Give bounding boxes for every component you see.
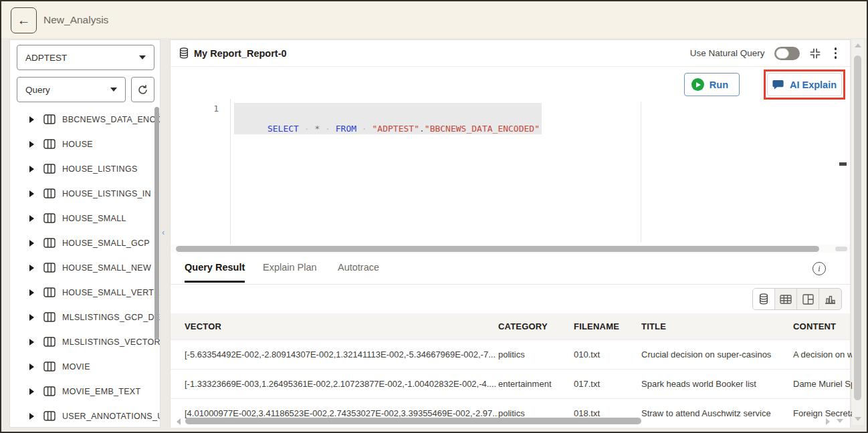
- expand-caret-icon[interactable]: [29, 215, 34, 222]
- table-row[interactable]: [-1.33323669E-003,1.26495361E-002,2.1072…: [171, 369, 850, 398]
- natural-query-toggle[interactable]: [774, 47, 800, 60]
- results-tab[interactable]: Query Result: [185, 262, 245, 283]
- expand-caret-icon[interactable]: [29, 190, 34, 197]
- tree-item-table[interactable]: BBCNEWS_DATA_ENCODE: [10, 107, 160, 132]
- sql-token: "ADPTEST": [372, 124, 419, 134]
- column-header-vector[interactable]: VECTOR: [185, 321, 498, 331]
- table-icon: [43, 188, 56, 198]
- table-name-label: HOUSE_SMALL: [62, 214, 126, 223]
- refresh-button[interactable]: [131, 77, 154, 102]
- table-name-label: MLSLISTINGS_VECTOR: [62, 337, 160, 347]
- bar-chart-icon: [825, 295, 836, 304]
- table-name-label: HOUSE: [62, 140, 93, 149]
- info-button[interactable]: i: [812, 262, 826, 275]
- schema-select[interactable]: ADPTEST: [17, 45, 154, 70]
- scroll-right-icon[interactable]: [826, 418, 830, 425]
- expand-caret-icon[interactable]: [29, 413, 34, 420]
- table-name-label: MOVIE: [62, 362, 90, 372]
- ai-explain-button[interactable]: AI Explain: [767, 73, 842, 96]
- tree-item-table[interactable]: USER_ANNOTATIONS_USA: [10, 404, 160, 428]
- tree-item-table[interactable]: HOUSE_SMALL_VERTEX_A: [10, 280, 160, 305]
- column-header-category[interactable]: CATEGORY: [498, 321, 574, 331]
- table-name-label: HOUSE_SMALL_NEW: [62, 263, 151, 273]
- tree-item-table[interactable]: HOUSE_SMALL_NEW: [10, 255, 160, 280]
- tree-item-table[interactable]: MLSLISTINGS_VECTOR: [10, 329, 160, 354]
- results-tab[interactable]: Autotrace: [338, 262, 379, 281]
- database-icon: [179, 47, 189, 59]
- scrollbar-thumb[interactable]: [854, 55, 861, 400]
- panel-splitter-handle[interactable]: ‹: [162, 227, 165, 237]
- results-tab[interactable]: Explain Plan: [263, 262, 317, 281]
- scroll-up-icon[interactable]: [855, 43, 861, 47]
- editor-scrollbar-thumb[interactable]: [839, 162, 847, 166]
- sql-statement[interactable]: SELECT · * · FROM · "ADPTEST"."BBCNEWS_D…: [234, 103, 542, 134]
- gutter-divider: [230, 99, 231, 245]
- ai-explain-label: AI Explain: [790, 80, 837, 90]
- expand-caret-icon[interactable]: [29, 240, 34, 247]
- grid-horizontal-scrollbar[interactable]: [171, 416, 850, 426]
- tree-item-table[interactable]: HOUSE_LISTINGS: [10, 156, 160, 181]
- table-icon: [43, 238, 56, 248]
- refresh-icon: [137, 84, 148, 96]
- sql-token: .: [419, 124, 425, 134]
- tree-item-table[interactable]: MOVIE_EMB_TEXT: [10, 379, 160, 404]
- scrollbar-thumb[interactable]: [176, 246, 819, 252]
- expand-caret-icon[interactable]: [29, 265, 34, 271]
- table-icon: [43, 139, 56, 149]
- tree-item-table[interactable]: MLSLISTINGS_GCP_DEMO: [10, 305, 160, 329]
- table-icon: [43, 386, 56, 396]
- object-type-select[interactable]: Query: [17, 77, 126, 102]
- scroll-down-icon[interactable]: [837, 419, 843, 423]
- table-row[interactable]: [-5.63354492E-002,-2.80914307E-002,1.321…: [171, 339, 850, 369]
- table-icon: [43, 287, 56, 297]
- cell-title: Spark heads world Booker list: [641, 379, 793, 389]
- expand-caret-icon[interactable]: [29, 364, 34, 370]
- expand-caret-icon[interactable]: [29, 289, 34, 296]
- expand-caret-icon[interactable]: [29, 116, 34, 123]
- table-name-label: USER_ANNOTATIONS_USA: [62, 412, 160, 421]
- expand-caret-icon[interactable]: [29, 141, 34, 148]
- page-title: New_Analysis: [43, 14, 108, 26]
- sql-editor[interactable]: 1 SELECT · * · FROM · "ADPTEST"."BBCNEWS…: [171, 99, 850, 245]
- view-raw-button[interactable]: [753, 289, 775, 309]
- editor-horizontal-scrollbar[interactable]: [171, 245, 850, 253]
- table-icon: [43, 213, 56, 223]
- chat-bubble-icon: [772, 80, 784, 90]
- run-button[interactable]: Run: [684, 73, 740, 96]
- table-name-label: MOVIE_EMB_TEXT: [62, 387, 140, 396]
- view-layout-button[interactable]: [797, 289, 819, 309]
- scroll-down-icon[interactable]: [855, 417, 861, 421]
- collapse-panel-button[interactable]: [809, 47, 821, 59]
- table-name-label: HOUSE_SMALL_GCP: [62, 239, 150, 248]
- back-button[interactable]: ←: [11, 7, 37, 33]
- play-icon: [691, 78, 704, 91]
- cell-category: politics: [498, 349, 574, 359]
- cell-filename: 017.txt: [574, 379, 641, 389]
- page-vertical-scrollbar[interactable]: [852, 39, 864, 425]
- column-header-filename[interactable]: FILENAME: [574, 321, 641, 331]
- sql-token: SELECT: [267, 124, 299, 134]
- natural-query-label: Use Natural Query: [690, 48, 765, 58]
- expand-caret-icon[interactable]: [29, 314, 34, 321]
- table-icon: [43, 263, 56, 273]
- line-number: 1: [171, 104, 219, 114]
- scrollbar-thumb[interactable]: [185, 418, 641, 424]
- overflow-menu-button[interactable]: [831, 46, 841, 60]
- tree-item-table[interactable]: HOUSE_SMALL_GCP: [10, 231, 160, 255]
- view-chart-button[interactable]: [819, 289, 841, 309]
- expand-caret-icon[interactable]: [29, 339, 34, 345]
- table-name-label: MLSLISTINGS_GCP_DEMO: [62, 313, 160, 322]
- column-header-title[interactable]: TITLE: [641, 321, 793, 331]
- expand-caret-icon[interactable]: [29, 388, 34, 395]
- tree-item-table[interactable]: HOUSE_LISTINGS_IN: [10, 181, 160, 206]
- report-header: My Report_Report-0 Use Natural Query: [171, 40, 850, 67]
- table-tree: BBCNEWS_DATA_ENCODE HOUSE: [10, 107, 160, 428]
- expand-caret-icon[interactable]: [29, 166, 34, 172]
- view-table-button[interactable]: [775, 289, 797, 309]
- tree-item-table[interactable]: MOVIE: [10, 354, 160, 379]
- tree-item-table[interactable]: HOUSE: [10, 132, 160, 156]
- sidebar-scrollbar[interactable]: [154, 107, 159, 339]
- report-title: My Report_Report-0: [194, 48, 287, 59]
- tree-item-table[interactable]: HOUSE_SMALL: [10, 206, 160, 231]
- scroll-left-icon[interactable]: [177, 418, 181, 425]
